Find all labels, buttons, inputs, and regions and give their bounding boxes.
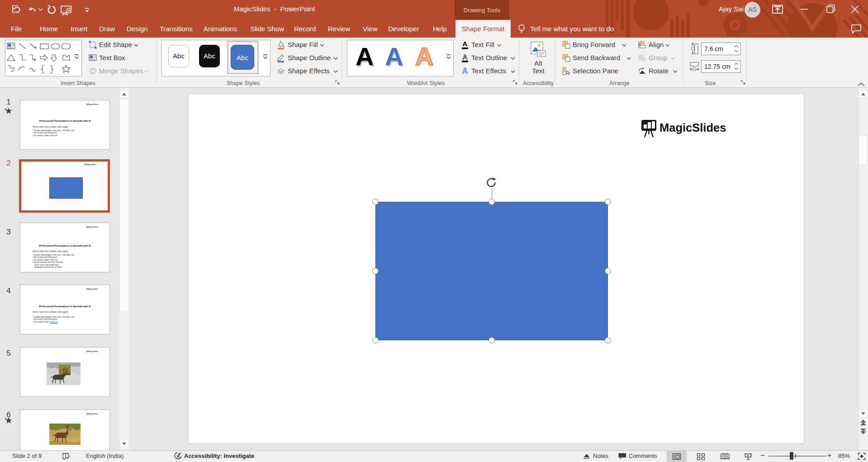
svg-text:A: A	[463, 53, 468, 61]
svg-text:MagicSlides: MagicSlides	[659, 121, 726, 134]
svg-text:A: A	[462, 67, 468, 75]
svg-text:A: A	[463, 40, 468, 48]
